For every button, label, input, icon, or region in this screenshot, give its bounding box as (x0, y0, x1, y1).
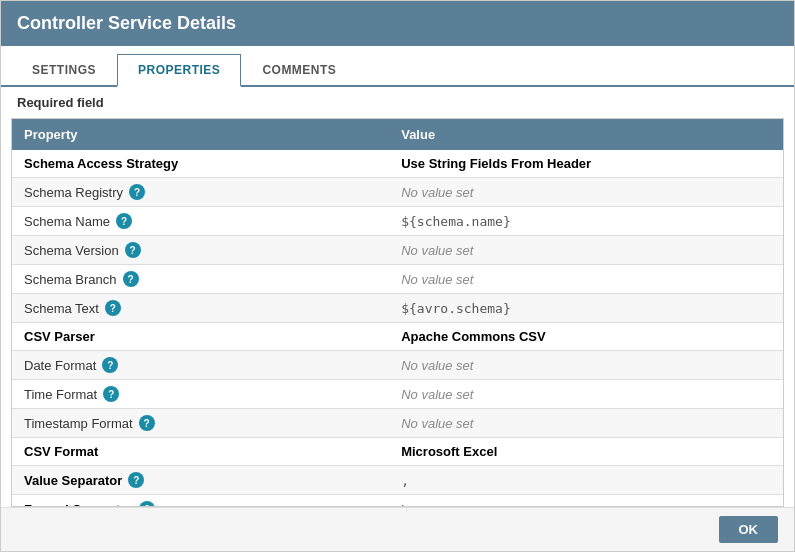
property-name: CSV Format (24, 444, 98, 459)
table-row: Schema Version?No value set (12, 236, 783, 265)
tab-settings[interactable]: SETTINGS (11, 54, 117, 85)
property-name: Schema Text (24, 301, 99, 316)
table-header-row: Property Value (12, 119, 783, 150)
property-name: Schema Name (24, 214, 110, 229)
help-icon[interactable]: ? (128, 472, 144, 488)
col-value: Value (389, 119, 783, 150)
table-row: Schema Registry?No value set (12, 178, 783, 207)
table-row: Timestamp Format?No value set (12, 409, 783, 438)
property-name: CSV Parser (24, 329, 95, 344)
controller-service-dialog: Controller Service Details SETTINGS PROP… (0, 0, 795, 552)
property-name: Schema Branch (24, 272, 117, 287)
property-value: Microsoft Excel (389, 438, 783, 466)
table-row: Value Separator?, (12, 466, 783, 495)
table-row: CSV FormatMicrosoft Excel (12, 438, 783, 466)
table-row: Schema Name?${schema.name} (12, 207, 783, 236)
property-value: \n (389, 495, 783, 508)
property-name: Date Format (24, 358, 96, 373)
tab-properties[interactable]: PROPERTIES (117, 54, 241, 87)
table-row: Record Separator?\n (12, 495, 783, 508)
property-value: Use String Fields From Header (389, 150, 783, 178)
help-icon[interactable]: ? (125, 242, 141, 258)
dialog-header: Controller Service Details (1, 1, 794, 46)
table-row: Schema Branch?No value set (12, 265, 783, 294)
dialog-footer: OK (1, 507, 794, 551)
help-icon[interactable]: ? (129, 184, 145, 200)
tabs-bar: SETTINGS PROPERTIES COMMENTS (1, 46, 794, 87)
property-value: No value set (389, 236, 783, 265)
property-value: Apache Commons CSV (389, 323, 783, 351)
table-row: CSV ParserApache Commons CSV (12, 323, 783, 351)
help-icon[interactable]: ? (102, 357, 118, 373)
property-value: No value set (389, 409, 783, 438)
property-value: ${avro.schema} (389, 294, 783, 323)
property-name: Schema Version (24, 243, 119, 258)
table-row: Schema Access StrategyUse String Fields … (12, 150, 783, 178)
col-property: Property (12, 119, 389, 150)
property-value: No value set (389, 351, 783, 380)
property-name: Timestamp Format (24, 416, 133, 431)
properties-table-container[interactable]: Property Value Schema Access StrategyUse… (11, 118, 784, 507)
dialog-title: Controller Service Details (17, 13, 236, 33)
table-row: Date Format?No value set (12, 351, 783, 380)
help-icon[interactable]: ? (103, 386, 119, 402)
property-value: , (389, 466, 783, 495)
help-icon[interactable]: ? (105, 300, 121, 316)
table-row: Time Format?No value set (12, 380, 783, 409)
required-field-label: Required field (1, 87, 794, 118)
help-icon[interactable]: ? (123, 271, 139, 287)
property-value: No value set (389, 265, 783, 294)
property-name: Schema Registry (24, 185, 123, 200)
tab-comments[interactable]: COMMENTS (241, 54, 357, 85)
property-name: Value Separator (24, 473, 122, 488)
help-icon[interactable]: ? (116, 213, 132, 229)
help-icon[interactable]: ? (139, 415, 155, 431)
property-name: Time Format (24, 387, 97, 402)
property-value: No value set (389, 178, 783, 207)
property-value: ${schema.name} (389, 207, 783, 236)
property-name: Schema Access Strategy (24, 156, 178, 171)
property-value: No value set (389, 380, 783, 409)
table-row: Schema Text?${avro.schema} (12, 294, 783, 323)
ok-button[interactable]: OK (719, 516, 779, 543)
properties-table: Property Value Schema Access StrategyUse… (12, 119, 783, 507)
